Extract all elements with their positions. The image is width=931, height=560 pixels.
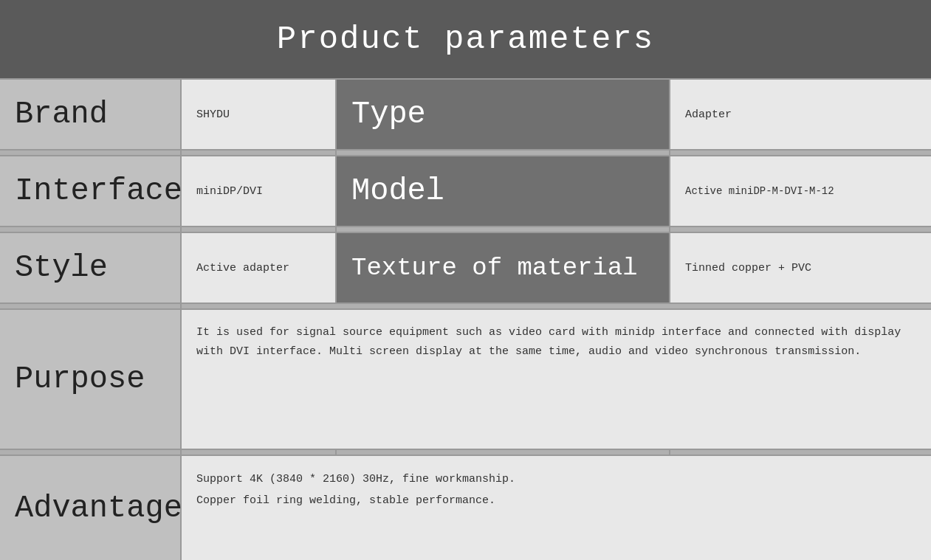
type-value-cell: Adapter [670, 80, 931, 149]
advantage-value-cell: Support 4K (3840 * 2160) 30Hz, fine work… [182, 456, 931, 560]
advantage-row: Advantage Support 4K (3840 * 2160) 30Hz,… [0, 456, 931, 560]
div-cell-12 [182, 450, 337, 454]
purpose-label: Purpose [15, 362, 145, 397]
texture-value-cell: Tinned copper + PVC [670, 233, 931, 303]
div-cell-1 [0, 151, 182, 155]
type-label: Type [351, 97, 426, 132]
model-value: Active miniDP-M-DVI-M-12 [685, 185, 834, 197]
page-header: Product parameters [0, 0, 931, 78]
brand-label: Brand [15, 97, 108, 132]
div-cell-11 [0, 450, 182, 454]
div-cell-5 [0, 227, 182, 232]
texture-label: Texture of material [351, 254, 638, 282]
div-cell-9 [0, 304, 182, 308]
divider-3 [0, 304, 931, 310]
purpose-value-cell: It is used for signal source equipment s… [182, 310, 931, 449]
purpose-row: Purpose It is used for signal source equ… [0, 310, 931, 450]
style-row: Style Active adapter Texture of material… [0, 233, 931, 304]
div-cell-3 [337, 151, 670, 155]
divider-1 [0, 151, 931, 156]
purpose-value: It is used for signal source equipment s… [196, 323, 916, 361]
texture-value: Tinned copper + PVC [685, 262, 811, 274]
model-label: Model [351, 173, 444, 209]
div-cell-8 [670, 227, 931, 232]
style-label-cell: Style [0, 233, 182, 303]
type-value: Adapter [685, 108, 732, 121]
brand-value-cell: SHYDU [182, 80, 337, 149]
style-label: Style [15, 250, 108, 286]
type-label-cell: Type [337, 80, 670, 149]
advantage-label-cell: Advantage [0, 456, 182, 560]
interface-value: miniDP/DVI [196, 185, 263, 198]
style-value-cell: Active adapter [182, 233, 337, 303]
brand-value: SHYDU [196, 108, 230, 121]
advantage-label: Advantage [15, 491, 182, 526]
div-cell-13 [337, 450, 670, 454]
divider-2 [0, 227, 931, 233]
div-cell-4 [670, 151, 931, 155]
div-cell-10 [182, 304, 931, 308]
interface-label-cell: Interface [0, 156, 182, 226]
texture-label-cell: Texture of material [337, 233, 670, 303]
divider-4 [0, 450, 931, 456]
model-value-cell: Active miniDP-M-DVI-M-12 [670, 156, 931, 226]
model-label-cell: Model [337, 156, 670, 226]
style-value: Active adapter [196, 262, 289, 274]
interface-value-cell: miniDP/DVI [182, 156, 337, 226]
advantage-line1: Support 4K (3840 * 2160) 30Hz, fine work… [196, 469, 515, 511]
page-title: Product parameters [277, 21, 654, 58]
interface-label: Interface [15, 173, 182, 209]
parameters-table: Brand SHYDU Type Adapter Interface [0, 78, 931, 560]
div-cell-14 [670, 450, 931, 454]
brand-row: Brand SHYDU Type Adapter [0, 80, 931, 151]
div-cell-7 [337, 227, 670, 232]
brand-label-cell: Brand [0, 80, 182, 149]
div-cell-6 [182, 227, 337, 232]
interface-row: Interface miniDP/DVI Model Active miniDP… [0, 156, 931, 227]
purpose-label-cell: Purpose [0, 310, 182, 449]
page-wrapper: Product parameters Brand SHYDU Type Adap… [0, 0, 931, 560]
div-cell-2 [182, 151, 337, 155]
